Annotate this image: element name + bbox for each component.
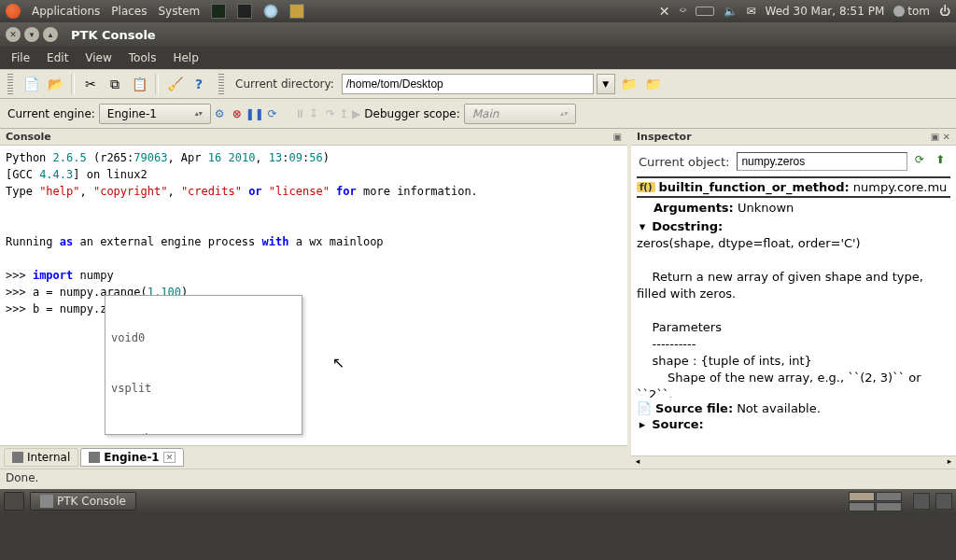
toolbar-grip[interactable]: [7, 74, 13, 94]
workspace-4[interactable]: [876, 502, 902, 511]
menu-view[interactable]: View: [77, 49, 119, 67]
statusbar: Done.: [0, 469, 956, 489]
debug-step-icon[interactable]: ⏸: [294, 107, 305, 120]
help-icon[interactable]: ?: [189, 74, 209, 94]
toolbar-main: 📄 📂 ✂ ⧉ 📋 🧹 ? Current directory: ▼ 📁 📁: [0, 69, 956, 99]
panel-pin-icon[interactable]: ▣ ✕: [931, 132, 950, 142]
close-button[interactable]: ✕: [6, 27, 21, 42]
trash-icon[interactable]: [913, 493, 930, 510]
current-object-input[interactable]: [737, 152, 907, 171]
cwd-history-dropdown[interactable]: ▼: [597, 74, 615, 94]
menu-help[interactable]: Help: [165, 49, 205, 67]
console-header: Console ▣: [0, 129, 627, 146]
workspace-3[interactable]: [849, 502, 875, 511]
fn-type-label: builtin_function_or_method:: [659, 180, 850, 194]
workspace-switcher[interactable]: [849, 492, 902, 511]
power-icon[interactable]: ⏻: [939, 5, 950, 18]
debug-step-over-icon[interactable]: ↷: [326, 107, 335, 120]
docstring-body: zeros(shape, dtype=float, order='C') Ret…: [637, 235, 950, 398]
volume-icon[interactable]: 🔈: [724, 5, 738, 18]
inspector-scroll-right[interactable]: ▸: [943, 456, 956, 469]
arguments-label: Arguments:: [654, 201, 734, 215]
folder-icon[interactable]: 📁: [619, 74, 640, 94]
expand-arrow-icon[interactable]: ▸: [637, 417, 648, 431]
inspector-header: Inspector ▣ ✕: [631, 129, 956, 146]
tab-engine-1[interactable]: Engine-1 ✕: [80, 448, 184, 467]
user-menu[interactable]: tom: [893, 5, 930, 18]
open-icon[interactable]: 📂: [45, 74, 65, 94]
source-file-icon: 📄: [637, 401, 652, 415]
window-titlebar[interactable]: ✕ ▾ ▴ PTK Console: [0, 22, 956, 47]
cwd-input[interactable]: [342, 74, 594, 94]
toolbar-engine: Current engine: Engine-1 ⚙ ⊗ ❚❚ ⟳ ⏸ ↧ ↷ …: [0, 99, 956, 129]
source-label: Source:: [652, 417, 704, 431]
toolbar-grip[interactable]: [218, 74, 224, 94]
debugger-scope-selector[interactable]: Main: [464, 104, 576, 124]
ubuntu-logo-icon: [6, 4, 21, 19]
menu-edit[interactable]: Edit: [39, 49, 76, 67]
applications-menu[interactable]: Applications: [32, 5, 100, 18]
source-file-label: Source file:: [655, 401, 733, 415]
task-icon: [40, 495, 53, 508]
debug-step-in-icon[interactable]: ↧: [309, 107, 318, 120]
wifi-icon[interactable]: ⌔: [680, 5, 686, 18]
tab-internal[interactable]: Internal: [4, 448, 78, 467]
tab-close-icon[interactable]: ✕: [163, 452, 176, 463]
show-desktop-icon[interactable]: [4, 492, 24, 511]
debug-step-out-icon[interactable]: ↥: [339, 107, 348, 120]
tray-icon[interactable]: [935, 493, 952, 510]
maximize-button[interactable]: ▴: [43, 27, 58, 42]
console-panel: Console ▣ Python 2.6.5 (r265:79063, Apr …: [0, 129, 631, 469]
menu-file[interactable]: File: [4, 49, 37, 67]
panel-collapse-icon[interactable]: ▣: [613, 132, 622, 142]
type-badge-icon: f(): [637, 182, 655, 192]
inspector-panel: Inspector ▣ ✕ Current object: ⟳ ⬆ f() bu…: [631, 129, 956, 469]
fn-module: numpy.core.mu: [853, 180, 948, 194]
stop-icon[interactable]: ⊗: [232, 107, 242, 120]
battery-icon[interactable]: [696, 7, 714, 16]
engine-icon: [12, 452, 23, 463]
places-menu[interactable]: Places: [111, 5, 147, 18]
autocomplete-option[interactable]: void0: [105, 329, 302, 346]
folder-up-icon[interactable]: 📁: [643, 74, 664, 94]
cut-icon[interactable]: ✂: [80, 74, 101, 94]
paste-icon[interactable]: 📋: [129, 74, 149, 94]
system-monitor-icon[interactable]: [211, 4, 226, 19]
engine-settings-icon[interactable]: ⚙: [215, 107, 225, 120]
debugger-scope-label: Debugger scope:: [364, 107, 459, 120]
autocomplete-option[interactable]: vsplit: [105, 380, 302, 397]
clear-icon[interactable]: 🧹: [164, 74, 185, 94]
terminal-icon[interactable]: [237, 4, 252, 19]
mail-icon[interactable]: ✉: [747, 5, 756, 18]
pause-icon[interactable]: ❚❚: [246, 107, 264, 120]
window-title: PTK Console: [71, 28, 156, 42]
refresh-icon[interactable]: ⟳: [911, 153, 928, 170]
debug-continue-icon[interactable]: ▶: [352, 107, 360, 120]
disc-icon[interactable]: [263, 4, 278, 19]
clock[interactable]: Wed 30 Mar, 8:51 PM: [766, 5, 885, 18]
source-file-value: Not available.: [737, 401, 821, 415]
menubar: File Edit View Tools Help: [0, 47, 956, 69]
console-output[interactable]: Python 2.6.5 (r265:79063, Apr 16 2010, 1…: [0, 146, 627, 445]
toolbar-sep: [71, 74, 75, 94]
engine-selector[interactable]: Engine-1: [99, 104, 211, 124]
autocomplete-option[interactable]: vstack: [105, 430, 302, 435]
autocomplete-popup[interactable]: void0 vsplit vstack where who WRAP zeros…: [105, 295, 302, 435]
minimize-button[interactable]: ▾: [24, 27, 39, 42]
settings-icon[interactable]: ✕: [659, 4, 670, 19]
copy-icon[interactable]: ⧉: [105, 74, 125, 94]
menu-tools[interactable]: Tools: [121, 49, 164, 67]
workspace-1[interactable]: [849, 492, 875, 501]
workspace-2[interactable]: [876, 492, 902, 501]
gnome-bottom-panel: PTK Console: [0, 489, 956, 513]
taskbar-ptk-console[interactable]: PTK Console: [30, 492, 136, 511]
tools-icon[interactable]: [289, 4, 304, 19]
new-icon[interactable]: 📄: [21, 74, 41, 94]
inspector-scroll-left[interactable]: ◂: [631, 456, 644, 469]
system-menu[interactable]: System: [158, 5, 200, 18]
go-to-source-icon[interactable]: ⬆: [932, 153, 949, 170]
arguments-value: Unknown: [738, 201, 794, 215]
console-tabs: Internal Engine-1 ✕: [0, 445, 627, 469]
collapse-arrow-icon[interactable]: ▾: [637, 219, 648, 233]
run-icon[interactable]: ⟳: [268, 107, 277, 120]
